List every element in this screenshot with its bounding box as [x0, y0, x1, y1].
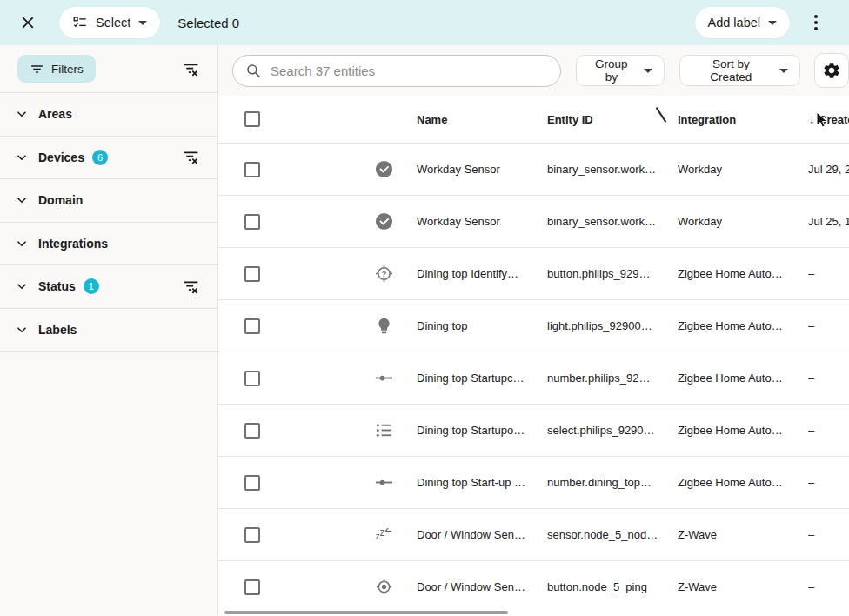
table-row[interactable]: Dining top light.philips_92900… Zigbee H…	[218, 300, 849, 352]
devices-filter-badge: 6	[92, 150, 108, 165]
filter-remove-icon	[182, 148, 200, 166]
overflow-menu-button[interactable]	[800, 7, 832, 38]
chevron-down-icon	[14, 278, 30, 294]
entity-name: Dining top	[417, 319, 547, 332]
group-by-button[interactable]: Group by	[576, 55, 664, 86]
sidebar-section-domain[interactable]: Domain	[0, 179, 217, 223]
selected-count: Selected 0	[177, 16, 239, 30]
entity-id: button.philips_929…	[547, 267, 678, 280]
table-row[interactable]: zzZ Door / Window Sen… sensor.node_5_nod…	[218, 509, 849, 561]
filter-remove-icon	[182, 278, 200, 296]
entity-created: Jul 29, 2	[808, 163, 849, 176]
row-checkbox[interactable]	[244, 579, 260, 595]
table-settings-button[interactable]	[814, 53, 849, 88]
search-input[interactable]	[271, 64, 548, 78]
table-row[interactable]: Workday Sensor binary_sensor.work… Workd…	[218, 144, 849, 196]
section-label: Labels	[38, 323, 77, 337]
row-checkbox[interactable]	[244, 423, 260, 439]
entity-id: number.philips_92…	[547, 372, 678, 385]
sleep-icon: zzZ	[376, 528, 392, 541]
table-row[interactable]: Dining top Start-up … number.dining_top……	[218, 457, 849, 509]
column-header-name[interactable]: Name	[417, 113, 547, 126]
table-header-row: Name Entity ID Integration ↓ Created	[218, 96, 849, 144]
table-toolbar: Group by Sort by Created	[218, 45, 849, 96]
entity-name: Door / Window Sen…	[417, 580, 547, 593]
row-checkbox[interactable]	[244, 214, 260, 230]
entity-id: binary_sensor.work…	[547, 215, 678, 228]
target-icon	[374, 577, 394, 597]
add-label-text: Add label	[708, 16, 760, 30]
entity-integration: Zigbee Home Auto…	[678, 424, 808, 437]
row-checkbox[interactable]	[244, 475, 260, 491]
entity-name: Door / Window Sen…	[417, 528, 547, 541]
row-checkbox[interactable]	[244, 371, 260, 386]
table-row[interactable]: Door / Window Sen… button.node_5_ping Z-…	[218, 561, 849, 613]
entity-integration: Z-Wave	[678, 528, 808, 541]
entity-id: button.node_5_ping	[547, 580, 678, 593]
identify-icon: ?	[374, 264, 394, 284]
entity-id: select.philips_9290…	[547, 424, 678, 437]
lightbulb-icon	[375, 317, 393, 335]
select-dropdown-button[interactable]: Select	[59, 7, 160, 38]
chevron-down-icon	[14, 322, 30, 338]
entity-created: –	[808, 267, 849, 280]
filter-icon	[30, 62, 44, 77]
sidebar-section-status[interactable]: Status 1	[0, 265, 217, 309]
chevron-down-icon	[138, 21, 147, 25]
column-header-created[interactable]: ↓ Created	[808, 112, 849, 126]
select-all-checkbox[interactable]	[244, 111, 260, 127]
checklist-icon	[72, 15, 88, 30]
entity-created: Jul 25, 1	[808, 215, 849, 228]
entity-id: sensor.node_5_nod…	[547, 528, 678, 541]
row-checkbox[interactable]	[244, 266, 260, 282]
filters-chip-button[interactable]: Filters	[17, 55, 96, 83]
section-label: Status	[38, 279, 76, 293]
entity-id: light.philips_92900…	[547, 319, 678, 332]
row-checkbox[interactable]	[244, 527, 260, 543]
slider-icon	[374, 472, 394, 492]
group-by-label: Group by	[588, 57, 634, 84]
entity-integration: Zigbee Home Auto…	[678, 319, 808, 332]
entity-created: –	[808, 319, 849, 332]
search-box[interactable]	[232, 55, 561, 87]
clear-devices-filter-button[interactable]	[182, 148, 200, 166]
close-selection-button[interactable]	[12, 7, 43, 38]
add-label-button[interactable]: Add label	[695, 7, 790, 38]
sidebar-section-areas[interactable]: Areas	[0, 93, 217, 137]
row-checkbox[interactable]	[244, 162, 260, 177]
table-row[interactable]: ? Dining top Identify… button.philips_92…	[218, 248, 849, 300]
column-header-entity-id[interactable]: Entity ID	[547, 113, 678, 126]
column-header-integration[interactable]: Integration	[678, 113, 808, 126]
table-row[interactable]: Workday Sensor binary_sensor.work… Workd…	[218, 196, 849, 248]
entity-integration: Zigbee Home Auto…	[678, 267, 808, 280]
sidebar-section-integrations[interactable]: Integrations	[0, 223, 217, 266]
status-filter-badge: 1	[84, 278, 99, 294]
table-row[interactable]: Dining top Startupo… select.philips_9290…	[218, 405, 849, 457]
entity-name: Dining top Startupc…	[417, 372, 547, 385]
entity-created: –	[808, 580, 849, 593]
chevron-down-icon	[14, 150, 30, 165]
svg-text:?: ?	[381, 269, 386, 278]
close-icon	[18, 13, 37, 32]
clear-all-filters-button[interactable]	[182, 60, 200, 78]
filters-label: Filters	[51, 63, 84, 76]
chevron-down-icon	[14, 236, 30, 251]
section-label: Areas	[38, 107, 72, 121]
entity-name: Dining top Identify…	[417, 267, 547, 280]
check-circle-icon	[374, 159, 394, 179]
row-checkbox[interactable]	[244, 318, 260, 334]
chevron-down-icon	[644, 69, 652, 73]
table-row[interactable]: Dining top Startupc… number.philips_92… …	[218, 352, 849, 405]
sidebar-section-devices[interactable]: Devices 6	[0, 137, 217, 180]
entity-created: –	[808, 424, 849, 437]
list-icon	[374, 420, 394, 440]
chevron-down-icon	[14, 106, 30, 122]
sidebar-section-labels[interactable]: Labels	[0, 309, 217, 352]
check-circle-icon	[374, 211, 394, 231]
chevron-down-icon	[14, 192, 30, 208]
section-label: Domain	[38, 193, 83, 207]
clear-status-filter-button[interactable]	[182, 278, 200, 296]
sort-by-button[interactable]: Sort by Created	[679, 55, 800, 86]
entity-integration: Z-Wave	[678, 580, 808, 593]
horizontal-scrollbar[interactable]	[224, 611, 508, 614]
